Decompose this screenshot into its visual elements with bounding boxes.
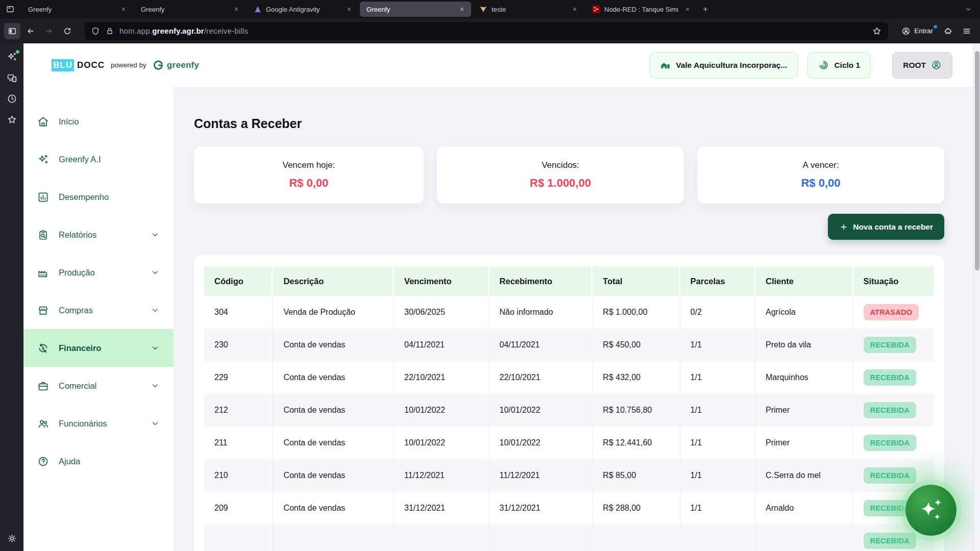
status-badge: RECEBIDA <box>864 369 916 386</box>
cell-vencimento: 30/06/2025 <box>394 296 489 329</box>
app-logo: BLUDOCC powered by greenfy <box>52 59 199 71</box>
sidebar-item-financeiro[interactable]: $Financeiro <box>23 329 174 367</box>
cell-recebimento: 31/12/2021 <box>489 492 593 524</box>
cell-total: R$ 12.441,60 <box>593 427 680 459</box>
close-tab-icon[interactable] <box>231 4 241 14</box>
column-header-cliente: Cliente <box>755 266 853 296</box>
column-header-situacao: Situação <box>853 266 934 296</box>
signin-button[interactable]: Entrar <box>896 23 938 39</box>
browser-tab-google-antigravity[interactable]: Google Antigravity <box>247 2 358 17</box>
cell-parcelas <box>680 524 755 551</box>
table-row[interactable]: 230Conta de vendas04/11/202104/11/2021R$… <box>204 329 934 361</box>
cell-recebimento: 10/01/2022 <box>489 427 593 459</box>
cell-recebimento: 04/11/2021 <box>489 329 593 361</box>
table-row[interactable]: 209Conta de vendas31/12/202131/12/2021R$… <box>204 492 934 524</box>
cell-codigo: 230 <box>204 329 273 361</box>
nodered-icon <box>592 5 600 13</box>
close-tab-icon[interactable] <box>118 4 129 14</box>
reload-icon[interactable] <box>59 23 76 39</box>
sidebar-item-desempenho[interactable]: Desempenho <box>23 178 174 216</box>
chevron-down-icon <box>151 381 160 390</box>
browser-tab-node-red-tanque-simulacao[interactable]: Node-RED : Tanque Simulação <box>585 2 697 17</box>
table-row[interactable]: 229Conta de vendas22/10/202122/10/2021R$… <box>204 361 934 394</box>
table-row[interactable]: 211Conta de vendas10/01/202210/01/2022R$… <box>204 427 934 459</box>
tracking-shield-icon[interactable] <box>91 27 100 36</box>
sidebar-item-label: Início <box>59 117 79 127</box>
history-icon[interactable] <box>7 93 17 104</box>
back-icon[interactable] <box>22 23 39 39</box>
sidebar-item-label: Ajuda <box>59 457 80 466</box>
status-badge: RECEBIDA <box>864 533 916 549</box>
vertical-tabs-toggle-icon[interactable] <box>3 2 17 16</box>
url-bar[interactable]: hom.app.greenfy.agr.br/receive-bills <box>85 22 888 40</box>
cell-vencimento: 04/11/2021 <box>394 329 489 361</box>
page-scrollbar[interactable] <box>973 43 980 551</box>
cell-situacao: ATRASADO <box>853 296 934 329</box>
sidebar-item-inicio[interactable]: Início <box>23 103 174 140</box>
summary-card-upcoming: A vencer: R$ 0,00 <box>697 146 944 204</box>
close-tab-icon[interactable] <box>344 4 354 14</box>
table-row[interactable]: 304Venda de Produção30/06/2025Não inform… <box>204 296 934 329</box>
lock-icon[interactable] <box>105 27 114 36</box>
close-tab-icon[interactable] <box>457 4 467 14</box>
synced-tabs-icon[interactable] <box>7 72 17 83</box>
company-selector-button[interactable]: Vale Aquicultura Incorporaç... <box>649 52 798 79</box>
status-badge: RECEBIDA <box>864 435 916 451</box>
cell-cliente: Primer <box>755 427 853 459</box>
settings-gear-icon[interactable] <box>7 533 17 544</box>
browser-tab-greenfy[interactable]: Greenfy <box>134 2 246 17</box>
new-receivable-button[interactable]: Nova conta a receber <box>828 214 944 240</box>
browser-side-strip <box>0 43 23 551</box>
forward-icon[interactable] <box>41 23 57 39</box>
sidebar-item-greenfy-a-i[interactable]: Greenfy A.I <box>23 140 174 178</box>
cell-descricao <box>273 524 394 551</box>
extensions-icon[interactable] <box>940 23 957 39</box>
user-menu-button[interactable]: ROOT <box>892 52 952 79</box>
sidebar-item-relatorios[interactable]: Relatórios <box>23 216 174 254</box>
browser-toolbar: hom.app.greenfy.agr.br/receive-bills Ent… <box>0 18 980 43</box>
column-header-recebimento: Recebimento <box>489 266 593 296</box>
browser-tab-teste[interactable]: teste <box>473 2 584 17</box>
sidebar-item-label: Comercial <box>59 381 96 391</box>
tab-title: Greenfy <box>141 6 227 13</box>
sidebar-item-compras[interactable]: Compras <box>23 291 174 329</box>
web-page: BLUDOCC powered by greenfy Vale Aquicult… <box>23 43 980 551</box>
scrollbar-thumb[interactable] <box>975 51 979 270</box>
table-row[interactable]: 212Conta de vendas10/01/202210/01/2022R$… <box>204 394 934 427</box>
browser-tab-bar: GreenfyGreenfyGoogle AntigravityGreenfyt… <box>0 0 980 18</box>
people-icon <box>37 418 49 430</box>
sidebar-item-label: Relatórios <box>59 230 96 240</box>
bookmarks-icon[interactable] <box>7 114 17 125</box>
cell-parcelas: 1/1 <box>680 361 755 394</box>
menu-icon[interactable] <box>959 23 975 39</box>
sidebar-item-ajuda[interactable]: Ajuda <box>23 442 174 480</box>
ai-chat-icon[interactable] <box>7 52 17 62</box>
status-badge: RECEBIDA <box>864 467 916 484</box>
cell-situacao: RECEBIDA <box>853 361 934 394</box>
bookmark-star-icon[interactable] <box>872 26 882 36</box>
cell-total: R$ 85,00 <box>593 459 680 492</box>
table-row[interactable]: RECEBIDA <box>204 524 934 551</box>
cell-vencimento: 22/10/2021 <box>394 361 489 394</box>
close-tab-icon[interactable] <box>682 4 693 14</box>
antigravity-icon <box>254 5 262 13</box>
cell-codigo: 211 <box>204 427 273 459</box>
cell-codigo <box>204 524 273 551</box>
cell-recebimento <box>489 524 593 551</box>
cell-cliente <box>755 524 853 551</box>
cell-descricao: Conta de vendas <box>273 492 394 524</box>
cycle-label: Ciclo 1 <box>834 61 860 70</box>
browser-tab-greenfy[interactable]: Greenfy <box>21 2 133 17</box>
cell-codigo: 229 <box>204 361 273 394</box>
sidebar-item-comercial[interactable]: Comercial <box>23 367 174 405</box>
sidebar-item-producao[interactable]: Produção <box>23 254 174 291</box>
close-tab-icon[interactable] <box>570 4 580 14</box>
table-row[interactable]: 210Conta de vendas11/12/202111/12/2021R$… <box>204 459 934 492</box>
ai-assistant-fab[interactable] <box>905 485 957 536</box>
sidebar-toggle-icon[interactable] <box>4 23 20 39</box>
tab-list-chevron-icon[interactable] <box>962 3 975 16</box>
browser-tab-greenfy[interactable]: Greenfy <box>360 2 471 17</box>
cycle-selector-button[interactable]: Ciclo 1 <box>807 52 871 79</box>
new-tab-button[interactable] <box>698 2 713 16</box>
sidebar-item-funcionarios[interactable]: Funcionários <box>23 405 174 442</box>
